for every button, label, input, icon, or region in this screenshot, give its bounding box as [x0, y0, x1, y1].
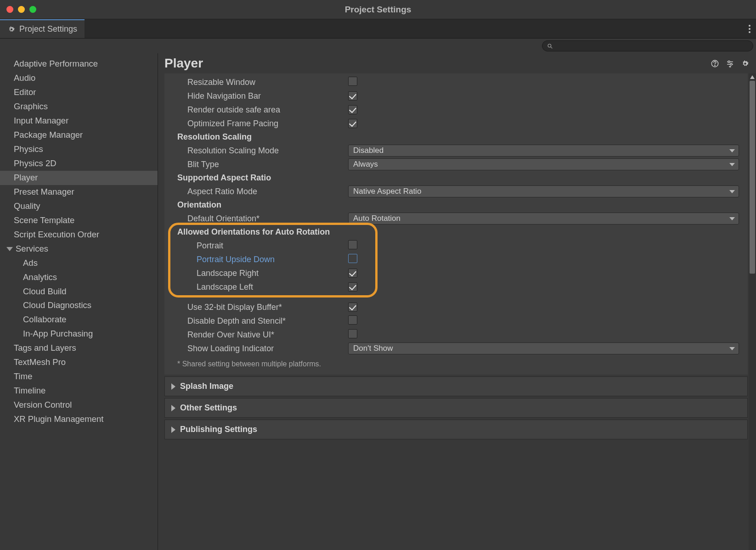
- sidebar-item-physics-2d[interactable]: Physics 2D: [0, 157, 158, 171]
- setting-label: Landscape Left: [164, 282, 348, 292]
- maximize-window-button[interactable]: [29, 6, 36, 13]
- window: Project Settings Project Settings Adapti…: [0, 0, 756, 550]
- sidebar-item-textmesh-pro[interactable]: TextMesh Pro: [0, 355, 158, 370]
- sidebar-item-physics[interactable]: Physics: [0, 142, 158, 157]
- kebab-menu-button[interactable]: [749, 25, 750, 33]
- checkbox-render-over-native-ui-[interactable]: [348, 329, 357, 338]
- gear-icon[interactable]: [741, 59, 750, 68]
- checkbox-landscape-right[interactable]: [348, 269, 357, 278]
- sidebar-item-script-execution-order[interactable]: Script Execution Order: [0, 228, 158, 242]
- setting-control-cell: [348, 315, 743, 327]
- expando-splash-image[interactable]: Splash Image: [164, 376, 748, 396]
- minimize-window-button[interactable]: [18, 6, 25, 13]
- checkbox-portrait[interactable]: [348, 240, 357, 249]
- sidebar-item-quality[interactable]: Quality: [0, 199, 158, 213]
- scrollbar-thumb[interactable]: [750, 81, 755, 274]
- dropdown-show-loading-indicator[interactable]: Don't Show: [348, 342, 739, 354]
- checkbox-render-outside-safe-area[interactable]: [348, 105, 357, 114]
- sidebar-item-version-control[interactable]: Version Control: [0, 398, 158, 412]
- checkbox-use-32-bit-display-buffer-[interactable]: [348, 303, 357, 312]
- sidebar-item-label: Scene Template: [14, 215, 74, 225]
- expando-label: Publishing Settings: [180, 425, 257, 434]
- checkbox-optimized-frame-pacing[interactable]: [348, 119, 357, 128]
- dropdown-blit-type[interactable]: Always: [348, 158, 739, 170]
- checkbox-portrait-upside-down[interactable]: [348, 254, 357, 263]
- tab-label: Project Settings: [19, 24, 77, 34]
- dropdown-default-orientation-[interactable]: Auto Rotation: [348, 213, 739, 224]
- sidebar-item-preset-manager[interactable]: Preset Manager: [0, 185, 158, 199]
- sidebar-item-label: Graphics: [14, 101, 48, 111]
- search-row: [0, 39, 756, 53]
- sidebar-item-label: Physics: [14, 144, 43, 154]
- sidebar-item-cloud-diagnostics[interactable]: Cloud Diagnostics: [0, 298, 158, 313]
- sidebar-item-xr-plugin-management[interactable]: XR Plugin Management: [0, 412, 158, 427]
- dropdown-resolution-scaling-mode[interactable]: Disabled: [348, 145, 739, 157]
- setting-label: Show Loading Indicator: [164, 344, 348, 354]
- vertical-scrollbar[interactable]: [749, 73, 756, 550]
- expando-publishing-settings[interactable]: Publishing Settings: [164, 420, 748, 439]
- sidebar-item-label: Input Manager: [14, 116, 68, 125]
- setting-label: Hide Navigation Bar: [164, 91, 348, 101]
- tab-project-settings[interactable]: Project Settings: [0, 19, 85, 38]
- checkbox-disable-depth-and-stencil-[interactable]: [348, 315, 357, 325]
- setting-label: Render outside safe area: [164, 105, 348, 115]
- setting-row: Portrait Upside Down: [164, 253, 748, 266]
- setting-control-cell: [348, 329, 743, 341]
- sidebar-item-label: Quality: [14, 201, 40, 211]
- dropdown-value: Always: [353, 160, 378, 169]
- sidebar-item-tags-and-layers[interactable]: Tags and Layers: [0, 341, 158, 355]
- sidebar-item-ads[interactable]: Ads: [0, 256, 158, 270]
- svg-line-1: [551, 47, 552, 48]
- section-header: Resolution Scaling: [164, 130, 748, 144]
- sidebar-item-audio[interactable]: Audio: [0, 71, 158, 85]
- setting-row: Optimized Frame Pacing: [164, 117, 748, 130]
- scroll-up-arrow[interactable]: [750, 74, 755, 80]
- search-input[interactable]: [542, 40, 753, 51]
- setting-control-cell: [348, 254, 743, 265]
- close-window-button[interactable]: [6, 6, 13, 13]
- chevron-right-icon: [171, 383, 175, 390]
- sidebar-item-in-app-purchasing[interactable]: In-App Purchasing: [0, 327, 158, 341]
- setting-row: Landscape Left: [164, 280, 748, 294]
- sidebar-item-package-manager[interactable]: Package Manager: [0, 128, 158, 142]
- sidebar-item-analytics[interactable]: Analytics: [0, 270, 158, 285]
- sidebar-item-player[interactable]: Player: [0, 171, 158, 185]
- sidebar-item-adaptive-performance[interactable]: Adaptive Performance: [0, 57, 158, 71]
- sidebar-item-input-manager[interactable]: Input Manager: [0, 114, 158, 128]
- scroll-area[interactable]: Resizable WindowHide Navigation BarRende…: [158, 73, 756, 550]
- sidebar-item-cloud-build[interactable]: Cloud Build: [0, 285, 158, 299]
- sidebar-item-time[interactable]: Time: [0, 370, 158, 384]
- setting-row: Landscape Right: [164, 266, 748, 280]
- checkbox-landscape-left[interactable]: [348, 282, 357, 292]
- setting-control-cell: [348, 119, 743, 129]
- expando-other-settings[interactable]: Other Settings: [164, 398, 748, 418]
- shared-setting-footnote: * Shared setting between multiple platfo…: [164, 355, 748, 371]
- sidebar-item-label: Player: [14, 173, 38, 182]
- setting-row: Render Over Native UI*: [164, 328, 748, 342]
- presets-icon[interactable]: [726, 59, 734, 68]
- svg-marker-10: [750, 75, 755, 79]
- svg-point-3: [715, 65, 715, 65]
- setting-control-cell: Always: [348, 158, 743, 170]
- page-title: Player: [164, 56, 203, 71]
- checkbox-hide-navigation-bar[interactable]: [348, 91, 357, 101]
- sidebar-item-scene-template[interactable]: Scene Template: [0, 213, 158, 228]
- checkbox-resizable-window[interactable]: [348, 77, 357, 86]
- sidebar-item-timeline[interactable]: Timeline: [0, 384, 158, 398]
- chevron-right-icon: [171, 427, 175, 433]
- dropdown-value: Native Aspect Ratio: [353, 187, 421, 196]
- sidebar-item-editor[interactable]: Editor: [0, 85, 158, 100]
- dropdown-aspect-ratio-mode[interactable]: Native Aspect Ratio: [348, 185, 739, 197]
- setting-label: Resolution Scaling Mode: [164, 146, 348, 156]
- setting-row: Show Loading IndicatorDon't Show: [164, 342, 748, 355]
- sidebar-item-label: TextMesh Pro: [14, 357, 66, 367]
- chevron-down-icon: [729, 149, 735, 152]
- header-icons: [711, 59, 750, 68]
- setting-control-cell: [348, 282, 743, 292]
- sidebar-item-graphics[interactable]: Graphics: [0, 100, 158, 114]
- sidebar-item-collaborate[interactable]: Collaborate: [0, 313, 158, 327]
- sidebar-item-services[interactable]: Services: [0, 242, 158, 256]
- sidebar[interactable]: Adaptive PerformanceAudioEditorGraphicsI…: [0, 53, 158, 550]
- help-icon[interactable]: [711, 59, 719, 68]
- setting-control-cell: Auto Rotation: [348, 213, 743, 224]
